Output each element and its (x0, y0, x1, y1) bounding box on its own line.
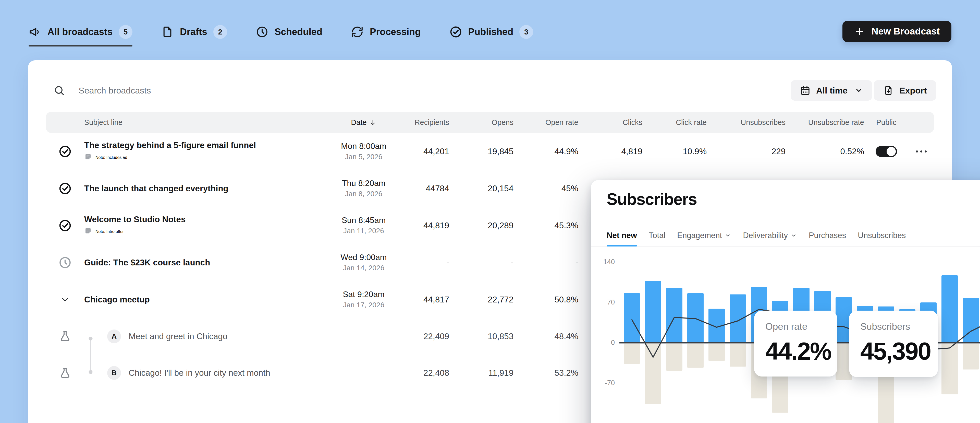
col-open-rate[interactable]: Open rate (514, 118, 578, 127)
col-public[interactable]: Public (864, 118, 908, 127)
opens-value: 22,772 (449, 295, 514, 305)
col-subject-line[interactable]: Subject line (84, 118, 327, 127)
subscribers-lost-bar (730, 343, 746, 367)
check-circle-status-icon (46, 219, 84, 232)
new-broadcast-label: New Broadcast (872, 26, 940, 37)
open-rate-value: 50.8% (514, 295, 578, 305)
variant-subject: BChicago! I'll be in your city next mont… (107, 366, 327, 380)
tab-label: Processing (370, 27, 421, 37)
subscribers-tab-total[interactable]: Total (649, 225, 665, 246)
note-icon (84, 153, 92, 163)
tab-scheduled[interactable]: Scheduled (256, 26, 322, 38)
search-input[interactable] (78, 85, 309, 96)
tab-published[interactable]: Published3 (449, 25, 533, 39)
subject-cell: Chicago meetup (84, 295, 327, 305)
variant-subject: AMeet and greet in Chicago (107, 329, 327, 343)
subject-cell: Welcome to Studio NotesNote: Intro offer (84, 214, 327, 236)
subscribers-lost-bar (645, 343, 661, 404)
plus-icon (854, 26, 865, 37)
recipients-value: 44,817 (401, 295, 449, 305)
variant-subject-text: Meet and greet in Chicago (129, 332, 228, 341)
tab-all-broadcasts[interactable]: All broadcasts5 (29, 25, 132, 39)
table-header: Subject line Date Recipients Opens Open … (46, 112, 934, 133)
chevron-down-icon (855, 86, 863, 94)
date-range-filter-button[interactable]: All time (791, 80, 872, 101)
col-click-rate[interactable]: Click rate (642, 118, 707, 127)
recipients-value: 44784 (401, 184, 449, 193)
check-circle-icon (449, 26, 462, 38)
open-rate-value: 53.2% (514, 368, 578, 378)
date-cell: Mon 8:00amJan 5, 2026 (327, 141, 401, 162)
tab-label: Scheduled (275, 27, 322, 37)
y-axis-tick: -70 (597, 379, 615, 387)
open-rate-value: 44.9% (514, 147, 578, 156)
row-menu-button[interactable] (908, 150, 934, 153)
subscribers-tab-deliverability[interactable]: Deliverability (743, 225, 797, 246)
tab-processing[interactable]: Processing (351, 26, 421, 38)
open-rate-value: 45.3% (514, 221, 578, 230)
date-time: Wed 9:00am (327, 252, 401, 263)
chevron-down-icon (724, 232, 731, 239)
col-recipients[interactable]: Recipients (401, 118, 449, 127)
megaphone-icon (29, 26, 41, 38)
export-button[interactable]: Export (874, 80, 936, 101)
subscribers-tab-purchases[interactable]: Purchases (809, 225, 846, 246)
broadcasts-screen: All broadcasts5Drafts2ScheduledProcessin… (0, 0, 980, 423)
date-cell: Sat 9:20amJan 17, 2026 (327, 289, 401, 310)
col-unsubscribes[interactable]: Unsubscribes (707, 118, 786, 127)
subscribers-tab-engagement[interactable]: Engagement (677, 225, 731, 246)
note-text: Note: Includes ad (95, 155, 127, 160)
col-unsubscribe-rate[interactable]: Unsubscribe rate (786, 118, 864, 127)
open-rate-value: 44.2% (765, 337, 826, 365)
open-rate-stat-card: Open rate 44.2% (754, 311, 837, 377)
subscribers-tab-label: Net new (607, 231, 637, 240)
calendar-icon (800, 85, 811, 96)
subscribers-tab-net-new[interactable]: Net new (607, 225, 637, 246)
subscribers-lost-bar (708, 343, 725, 361)
subscribers-gained-bar (645, 281, 661, 343)
clicks-value: 4,819 (578, 147, 642, 156)
tab-label: Published (468, 27, 514, 37)
open-rate-value: 45% (514, 184, 578, 193)
subscribers-lost-bar (687, 343, 703, 368)
subscribers-card: Subscribers Net newTotalEngagementDelive… (591, 180, 980, 423)
date-day: Jan 8, 2026 (327, 188, 401, 199)
toggle-knob (886, 147, 896, 156)
subject-line-text: Welcome to Studio Notes (84, 214, 327, 225)
new-broadcast-button[interactable]: New Broadcast (842, 21, 951, 42)
date-range-label: All time (816, 86, 848, 96)
recipients-value: 22,409 (401, 332, 449, 341)
subject-cell: Guide: The $23K course launch (84, 257, 327, 268)
note-icon (84, 227, 92, 236)
date-time: Sun 8:45am (327, 215, 401, 225)
col-opens[interactable]: Opens (449, 118, 514, 127)
subject-line-text: The launch that changed everything (84, 184, 327, 194)
date-day: Jan 11, 2026 (327, 225, 401, 236)
subscribers-gained-bar (666, 288, 682, 343)
subscribers-lost-bar (624, 343, 640, 364)
broadcast-row[interactable]: The strategy behind a 5-figure email fun… (46, 133, 934, 170)
subscribers-tab-label: Purchases (809, 231, 846, 240)
y-axis-tick: 0 (597, 339, 615, 346)
subject-line-text: The strategy behind a 5-figure email fun… (84, 140, 327, 150)
recipients-value: - (401, 258, 449, 267)
col-clicks[interactable]: Clicks (578, 118, 642, 127)
date-cell: Thu 8:20amJan 8, 2026 (327, 178, 401, 199)
tab-count-badge: 3 (519, 25, 533, 39)
check-circle-status-icon (46, 145, 84, 158)
subscribers-label: Subscribers (860, 321, 927, 332)
opens-value: 11,919 (449, 368, 514, 378)
variant-badge-b: B (107, 366, 121, 380)
date-time: Mon 8:00am (327, 141, 401, 152)
subscribers-tab-unsubscribes[interactable]: Unsubscribes (858, 225, 906, 246)
tab-drafts[interactable]: Drafts2 (161, 25, 227, 39)
date-time: Sat 9:20am (327, 289, 401, 300)
ab-test-flask-icon (46, 367, 84, 379)
chevron-down-status-icon[interactable] (46, 295, 84, 305)
open-rate-label: Open rate (765, 321, 826, 332)
date-cell: Wed 9:00amJan 14, 2026 (327, 252, 401, 273)
date-cell: Sun 8:45amJan 11, 2026 (327, 215, 401, 236)
date-time: Thu 8:20am (327, 178, 401, 188)
col-date[interactable]: Date (327, 118, 401, 127)
public-toggle[interactable] (876, 146, 897, 157)
